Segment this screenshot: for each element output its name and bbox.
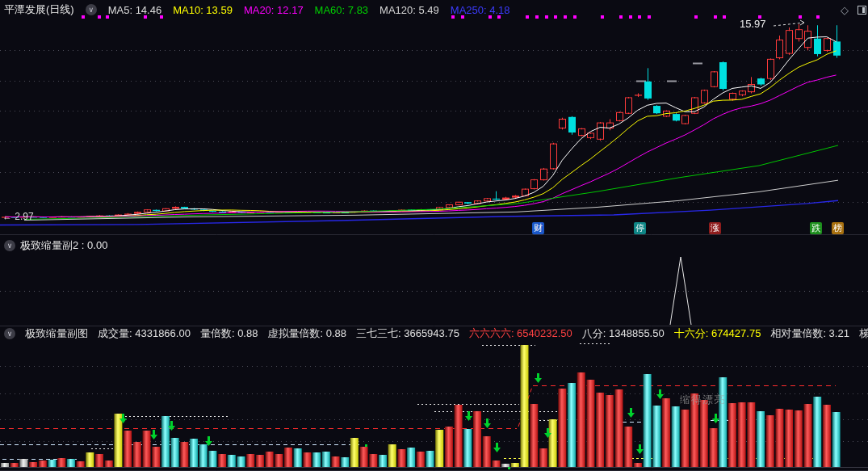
ma20-label: MA20: 12.17 (244, 4, 304, 16)
field-eighth: 八分: 1348855.50 (582, 326, 665, 341)
watermark-text: 缩得漂亮 (680, 393, 725, 407)
high-price-label: 15.97 (740, 18, 766, 30)
field-sixteenth: 十六分: 674427.75 (674, 326, 761, 341)
indicator2-header: ∨ 极致缩量副2 : 0.00 (4, 238, 107, 253)
indicator2-label: 极致缩量副2 : 0.00 (20, 238, 107, 253)
low-price-label: ← 2.97 (2, 211, 34, 222)
main-chart-region[interactable] (0, 19, 868, 234)
volume-region[interactable] (0, 341, 868, 467)
left-arrow-icon: ← (2, 211, 12, 222)
badge-rank[interactable]: 榜 (832, 222, 844, 234)
panel-layout-icon[interactable] (858, 6, 866, 15)
field-volume-ratio: 量倍数: 0.88 (200, 326, 258, 341)
field-relative-volume-ratio: 相对量倍数: 3.21 (770, 326, 849, 341)
ma10-label: MA10: 13.59 (173, 4, 233, 16)
ma250-label: MA250: 4.18 (451, 4, 510, 16)
field-3737: 三七三七: 3665943.75 (356, 326, 459, 341)
field-indicator-name: 极致缩量副图 (25, 326, 88, 341)
field-volume: 成交量: 4331866.00 (98, 326, 191, 341)
diamond-icon[interactable]: ◇ (841, 4, 849, 16)
chevron-down-icon[interactable]: ∨ (4, 240, 15, 251)
chevron-down-icon[interactable]: ∨ (4, 328, 15, 339)
field-virtual-volume-ratio: 虚拟量倍数: 0.88 (267, 326, 346, 341)
badge-fall[interactable]: 跌 (810, 222, 822, 234)
field-6666: 六六六六: 6540232.50 (469, 326, 572, 341)
volume-panel-header: ∨ 极致缩量副图 成交量: 4331866.00 量倍数: 0.88 虚拟量倍数… (4, 326, 868, 341)
field-ladder-ratio: 梯量倍: 0.00 (859, 326, 868, 341)
badge-rise[interactable]: 涨 (709, 222, 721, 234)
ma5-label: MA5: 14.46 (108, 4, 162, 16)
ma120-label: MA120: 5.49 (379, 4, 439, 16)
badge-halt[interactable]: 停 (634, 222, 646, 234)
indicator2-region[interactable] (0, 234, 868, 326)
ma60-label: MA60: 7.83 (315, 4, 369, 16)
chevron-down-icon[interactable]: ∨ (86, 4, 97, 15)
header-bar: 平潭发展(日线) ∨ MA5: 14.46 MA10: 13.59 MA20: … (0, 0, 868, 19)
page-title: 平潭发展(日线) (4, 2, 74, 17)
badge-finance[interactable]: 财 (532, 222, 544, 234)
